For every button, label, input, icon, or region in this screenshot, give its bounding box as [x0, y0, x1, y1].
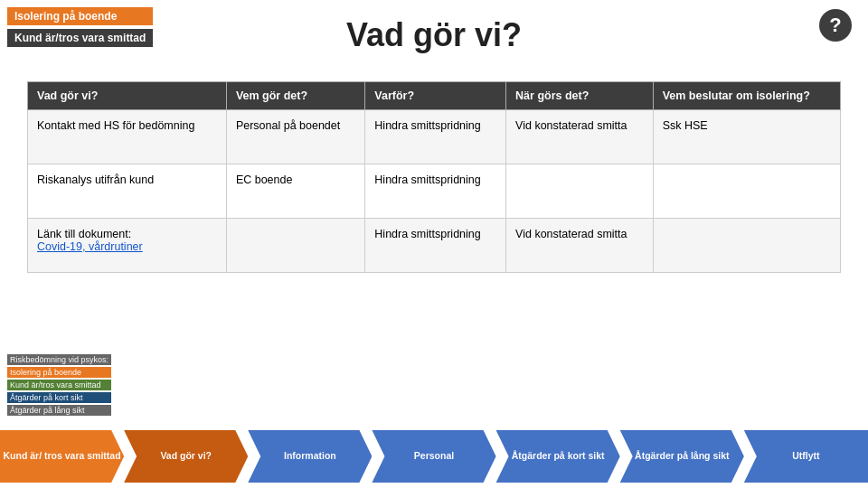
cell-1-4 — [653, 164, 840, 219]
table-row: Länk till dokument:Covid-19, vårdrutiner… — [28, 219, 841, 273]
main-table-container: Vad gör vi? Vem gör det? Varför? När gör… — [27, 81, 841, 416]
link-covid-2[interactable]: Covid-19, vårdrutiner — [37, 240, 143, 253]
cell-2-4 — [653, 219, 840, 273]
col-header-1: Vad gör vi? — [28, 82, 227, 110]
small-label-4: Åtgärder på lång sikt — [7, 405, 111, 416]
cell-2-3: Vid konstaterad smitta — [506, 219, 654, 273]
nav-step-step2[interactable]: Vad gör vi? — [124, 425, 248, 488]
main-table: Vad gör vi? Vem gör det? Varför? När gör… — [27, 81, 841, 273]
col-header-5: Vem beslutar om isolering? — [653, 82, 840, 110]
cell-0-2: Hindra smittspridning — [365, 110, 506, 164]
col-header-3: Varför? — [365, 82, 506, 110]
cell-text-2-0: Länk till dokument: — [37, 228, 217, 240]
cell-0-1: Personal på boendet — [226, 110, 364, 164]
bottom-navigation: Kund är/ tros vara smittadVad gör vi?Inf… — [0, 425, 868, 488]
cell-2-2: Hindra smittspridning — [365, 219, 506, 273]
cell-1-0: Riskanalys utifrån kund — [28, 164, 227, 219]
page-title: Vad gör vi? — [0, 16, 868, 54]
col-header-2: Vem gör det? — [226, 82, 364, 110]
nav-step-step7[interactable]: Utflytt — [744, 425, 868, 488]
nav-step-step3[interactable]: Information — [248, 425, 372, 488]
cell-0-3: Vid konstaterad smitta — [506, 110, 654, 164]
nav-step-step1[interactable]: Kund är/ tros vara smittad — [0, 425, 124, 488]
table-row: Kontakt med HS för bedömningPersonal på … — [28, 110, 841, 164]
cell-0-0: Kontakt med HS för bedömning — [28, 110, 227, 164]
cell-2-0[interactable]: Länk till dokument:Covid-19, vårdrutiner — [28, 219, 227, 273]
small-label-3: Åtgärder på kort sikt — [7, 392, 111, 403]
col-header-4: När görs det? — [506, 82, 654, 110]
cell-1-3 — [506, 164, 654, 219]
small-labels-area: Riskbedömning vid psykos: Isolering på b… — [7, 354, 111, 416]
table-header-row: Vad gör vi? Vem gör det? Varför? När gör… — [28, 82, 841, 110]
cell-1-1: EC boende — [226, 164, 364, 219]
cell-2-1 — [226, 219, 364, 273]
nav-step-step6[interactable]: Åtgärder på lång sikt — [620, 425, 744, 488]
nav-step-step5[interactable]: Åtgärder på kort sikt — [496, 425, 620, 488]
small-label-0: Riskbedömning vid psykos: — [7, 354, 111, 365]
cell-0-4: Ssk HSE — [653, 110, 840, 164]
small-label-2: Kund är/tros vara smittad — [7, 380, 111, 390]
small-label-1: Isolering på boende — [7, 367, 111, 378]
cell-1-2: Hindra smittspridning — [365, 164, 506, 219]
table-row: Riskanalys utifrån kundEC boendeHindra s… — [28, 164, 841, 219]
nav-step-step4[interactable]: Personal — [372, 425, 495, 488]
